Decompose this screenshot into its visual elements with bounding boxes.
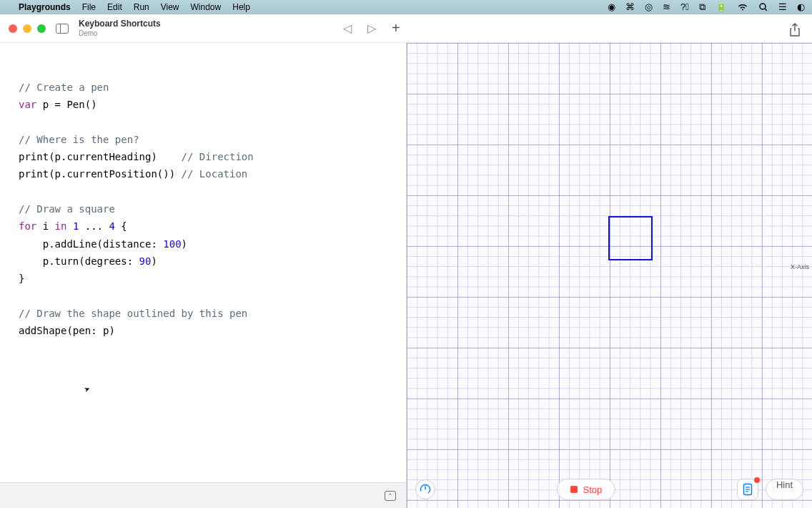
code-editor[interactable]: // Create a pen var p = Pen() // Where i… [0, 43, 406, 508]
notification-dot-icon [754, 477, 760, 483]
code-comment: // Direction [182, 151, 254, 162]
x-axis-label: X-Axis [791, 263, 809, 270]
status-icon-4[interactable]: ≋ [663, 1, 670, 12]
minimize-button[interactable] [23, 24, 31, 33]
speed-button[interactable] [415, 479, 435, 499]
code-comment: // Where is the pen? [19, 134, 139, 145]
run-controls: Stop [557, 479, 616, 500]
code-comment: // Location [182, 168, 248, 180]
code-text: ) [151, 255, 157, 267]
code-text: print(p.currentPosition()) [19, 168, 182, 180]
menu-file[interactable]: File [82, 2, 96, 12]
code-text: { [115, 220, 127, 232]
help-controls: Hint [737, 479, 803, 500]
code-keyword: in [55, 220, 67, 232]
nav-forward-icon[interactable]: ▷ [367, 21, 376, 35]
menu-window[interactable]: Window [191, 2, 222, 12]
graph-grid [407, 43, 812, 508]
mouse-cursor-icon: ➤ [81, 380, 93, 399]
menu-edit[interactable]: Edit [107, 2, 122, 12]
playground-window: Keyboard Shortcuts Demo ◁ ▷ + // Create … [0, 14, 812, 508]
menu-help[interactable]: Help [232, 2, 250, 12]
share-button[interactable] [789, 23, 801, 37]
code-number: 90 [139, 255, 152, 267]
drawn-shape-square [608, 216, 653, 260]
stop-label: Stop [583, 484, 603, 495]
window-titlebar: Keyboard Shortcuts Demo ◁ ▷ + [0, 14, 812, 43]
menubar-left: Playgrounds File Edit Run View Window He… [7, 2, 250, 12]
spotlight-icon[interactable] [758, 2, 768, 12]
code-number: 4 [109, 220, 114, 232]
code-text: ) [182, 238, 187, 250]
code-text: p.addLine(distance: [19, 238, 163, 250]
close-button[interactable] [9, 24, 17, 33]
code-text: p.turn(degrees: [19, 255, 139, 267]
traffic-lights [9, 24, 46, 33]
macos-menubar: Playgrounds File Edit Run View Window He… [0, 0, 812, 14]
code-text: print(p.currentHeading) [19, 151, 182, 162]
menu-view[interactable]: View [161, 2, 179, 12]
menubar-status: ◉ ⌘ ◎ ≋ ?⃝ ⧉ 🔋 ☰ ◐ [608, 1, 805, 13]
status-icon-5[interactable]: ?⃝ [680, 1, 689, 12]
svg-point-0 [760, 4, 766, 9]
code-text: p = Pen() [36, 99, 96, 110]
new-page-button[interactable]: + [392, 20, 400, 36]
control-center-icon[interactable]: ☰ [778, 1, 787, 12]
code-number: 100 [163, 238, 181, 250]
status-icon-1[interactable]: ◉ [608, 1, 615, 12]
svg-line-1 [765, 9, 767, 11]
code-text: i [36, 220, 54, 232]
code-keyword: var [19, 99, 36, 110]
code-comment: // Create a pen [19, 82, 109, 93]
content-split: // Create a pen var p = Pen() // Where i… [0, 43, 812, 508]
code-text: addShape(pen: p) [19, 325, 115, 336]
live-view-controls: Stop Hint [407, 475, 812, 504]
nav-back-icon[interactable]: ◁ [343, 21, 352, 35]
console-bar [0, 482, 406, 508]
live-view: X-Axis Stop [406, 43, 812, 508]
code-keyword: for [19, 220, 36, 232]
wifi-icon[interactable] [737, 3, 748, 11]
fullscreen-button[interactable] [37, 24, 46, 33]
siri-icon[interactable]: ◐ [797, 1, 805, 12]
code-comment: // Draw a square [19, 203, 115, 215]
window-subtitle: Demo [79, 29, 161, 37]
window-title-block: Keyboard Shortcuts Demo [79, 19, 161, 36]
stop-button[interactable]: Stop [557, 479, 616, 500]
code-text: ... [79, 220, 109, 232]
menu-run[interactable]: Run [134, 2, 149, 12]
page-nav: ◁ ▷ + [343, 14, 400, 42]
hint-label: Hint [776, 479, 793, 490]
window-title: Keyboard Shortcuts [79, 19, 161, 29]
code-text [66, 220, 72, 232]
sidebar-toggle-icon[interactable] [56, 24, 69, 34]
stop-icon [570, 486, 578, 493]
code-text: } [19, 273, 24, 284]
code-comment: // Draw the shape outlined by this pen [19, 308, 247, 319]
status-icon-3[interactable]: ◎ [645, 1, 653, 12]
battery-icon[interactable]: 🔋 [716, 1, 727, 12]
documentation-button[interactable] [737, 479, 758, 500]
hint-button[interactable]: Hint [766, 479, 803, 500]
status-icon-6[interactable]: ⧉ [699, 1, 705, 13]
status-icon-2[interactable]: ⌘ [625, 1, 635, 12]
console-toggle-icon[interactable] [385, 491, 396, 501]
app-menu[interactable]: Playgrounds [19, 2, 71, 12]
